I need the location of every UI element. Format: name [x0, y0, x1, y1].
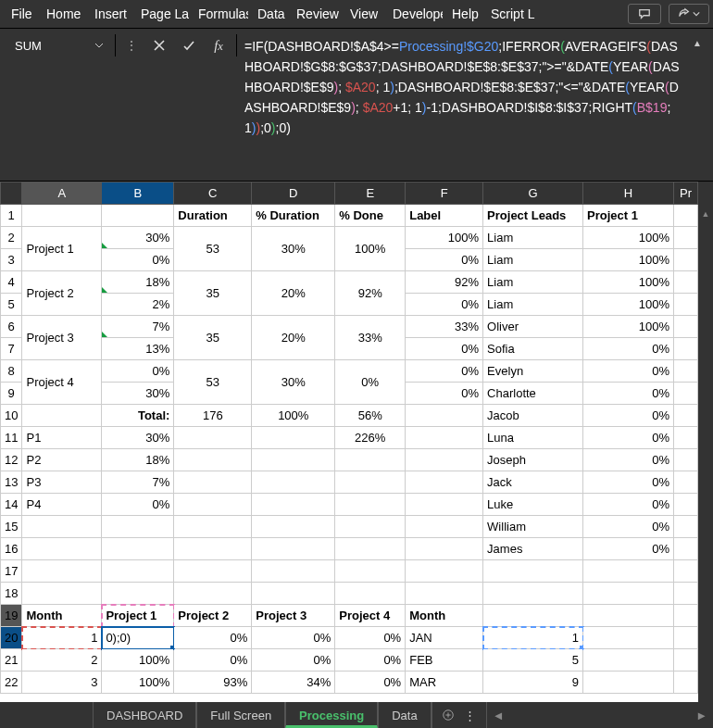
cell[interactable] — [102, 538, 174, 560]
row-header[interactable]: 18 — [1, 583, 22, 605]
cell[interactable]: 7% — [102, 471, 174, 494]
cell[interactable] — [673, 560, 697, 583]
cell[interactable]: 33% — [406, 316, 483, 338]
cell[interactable]: 7% — [102, 316, 174, 338]
cell[interactable]: MAR — [406, 672, 483, 694]
spreadsheet-grid[interactable]: A B C D E F G H Pr 1Duration% Duration% … — [0, 182, 698, 694]
cell[interactable] — [583, 649, 674, 672]
cell[interactable]: 0% — [252, 627, 335, 649]
cell[interactable] — [102, 516, 174, 538]
row-header[interactable]: 2 — [1, 227, 22, 249]
menu-page-layout[interactable]: Page Layout — [133, 3, 189, 25]
cell[interactable]: Joseph — [483, 449, 583, 471]
cell[interactable]: Luna — [483, 427, 583, 449]
formula-expand-button[interactable]: ▲ — [693, 34, 707, 48]
comments-button[interactable] — [628, 4, 661, 24]
vertical-scrollbar[interactable]: ▲ — [698, 182, 713, 220]
cell[interactable]: 33% — [335, 316, 406, 360]
cell[interactable] — [22, 205, 102, 227]
cell[interactable]: Liam — [483, 271, 583, 294]
col-header-D[interactable]: D — [252, 182, 335, 205]
cell[interactable]: 0% — [335, 672, 406, 694]
cell[interactable] — [583, 672, 674, 694]
cell[interactable] — [483, 583, 583, 605]
cell[interactable] — [583, 583, 674, 605]
cell[interactable]: 56% — [335, 405, 406, 427]
cell[interactable]: 100% — [406, 227, 483, 249]
cell[interactable]: JAN — [406, 627, 483, 649]
cell[interactable]: Project 2 — [22, 271, 102, 316]
cell[interactable]: 1 — [22, 627, 102, 649]
cell[interactable]: 0);0) — [102, 627, 174, 649]
cell[interactable] — [673, 471, 697, 494]
cell[interactable]: % Duration — [252, 205, 335, 227]
cell[interactable] — [252, 449, 335, 471]
cell[interactable] — [673, 383, 697, 405]
cell[interactable] — [335, 538, 406, 560]
menu-script-lab[interactable]: Script Lab — [483, 3, 535, 25]
row-header[interactable]: 17 — [1, 560, 22, 583]
cell[interactable]: 0% — [406, 249, 483, 271]
cell[interactable] — [252, 538, 335, 560]
cell[interactable] — [673, 605, 697, 627]
cell[interactable]: 53 — [174, 227, 252, 271]
cell[interactable] — [102, 205, 174, 227]
cell[interactable] — [673, 672, 697, 694]
cell[interactable]: 100% — [252, 405, 335, 427]
cell[interactable]: 2% — [102, 294, 174, 316]
cell[interactable]: Month — [406, 605, 483, 627]
cell[interactable] — [673, 338, 697, 360]
formula-bar-options[interactable]: ⋮ — [121, 34, 142, 56]
cell[interactable] — [673, 249, 697, 271]
row-header[interactable]: 8 — [1, 360, 22, 383]
cell[interactable] — [174, 449, 252, 471]
cell[interactable] — [673, 494, 697, 516]
cell[interactable] — [673, 227, 697, 249]
cell[interactable]: 13% — [102, 338, 174, 360]
cell[interactable] — [174, 471, 252, 494]
cell[interactable] — [174, 538, 252, 560]
cell[interactable] — [406, 560, 483, 583]
cell[interactable] — [673, 449, 697, 471]
cell[interactable]: P1 — [22, 427, 102, 449]
cell[interactable]: 0% — [583, 405, 674, 427]
cell[interactable] — [406, 427, 483, 449]
cell[interactable]: Liam — [483, 249, 583, 271]
cell[interactable]: 176 — [174, 405, 252, 427]
cell[interactable]: 0% — [583, 360, 674, 383]
cell[interactable] — [22, 560, 102, 583]
cell[interactable]: Duration — [174, 205, 252, 227]
row-header[interactable]: 1 — [1, 205, 22, 227]
horizontal-scrollbar[interactable]: ◄ ► — [486, 702, 713, 728]
cell[interactable] — [22, 538, 102, 560]
cell[interactable]: Project 4 — [335, 605, 406, 627]
cell[interactable]: 34% — [252, 672, 335, 694]
cell[interactable]: 0% — [406, 360, 483, 383]
cell[interactable]: P2 — [22, 449, 102, 471]
cell[interactable]: Project 3 — [22, 316, 102, 360]
cell[interactable] — [22, 583, 102, 605]
cell[interactable] — [583, 627, 674, 649]
cell[interactable]: FEB — [406, 649, 483, 672]
cell[interactable]: 0% — [406, 294, 483, 316]
cell[interactable]: 30% — [252, 360, 335, 405]
cell[interactable] — [673, 583, 697, 605]
cell[interactable]: Charlotte — [483, 383, 583, 405]
cell[interactable]: 0% — [583, 516, 674, 538]
cell[interactable] — [583, 605, 674, 627]
share-button[interactable] — [669, 4, 709, 24]
menu-home[interactable]: Home — [39, 3, 85, 25]
scroll-right-icon[interactable]: ► — [695, 709, 707, 722]
cell[interactable]: 100% — [102, 672, 174, 694]
cell[interactable]: 0% — [335, 360, 406, 405]
menu-developer[interactable]: Developer — [385, 3, 443, 25]
cell[interactable]: 0% — [335, 649, 406, 672]
cell[interactable] — [673, 516, 697, 538]
cancel-formula-button[interactable] — [147, 34, 171, 56]
sheet-tab-data[interactable]: Data — [378, 702, 431, 728]
cell[interactable]: 18% — [102, 271, 174, 294]
cell[interactable]: 0% — [102, 494, 174, 516]
row-header[interactable]: 9 — [1, 383, 22, 405]
sheet-tab-fullscreen[interactable]: Full Screen — [196, 702, 285, 728]
cell[interactable] — [174, 560, 252, 583]
